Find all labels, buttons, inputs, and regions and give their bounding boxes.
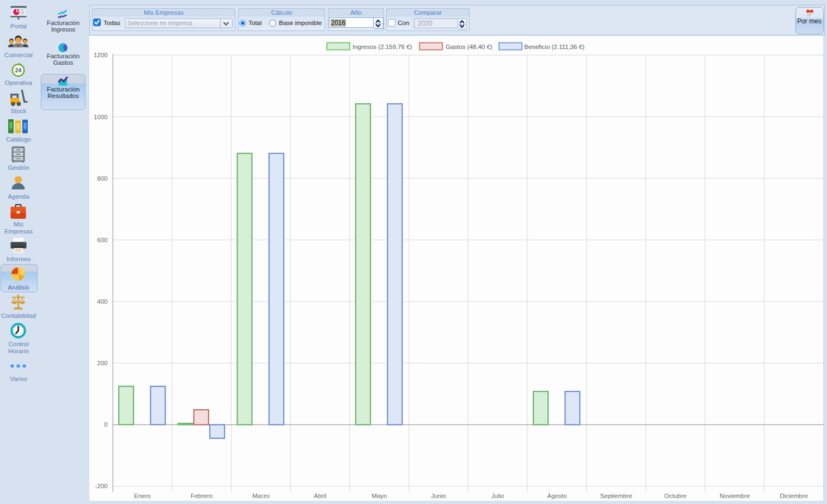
svg-text:Octubre: Octubre [664,493,686,499]
svg-text:Junio: Junio [431,493,446,499]
svg-text:1200: 1200 [94,52,108,58]
svg-text:Agosto: Agosto [547,493,567,499]
svg-text:24: 24 [15,67,22,73]
svg-text:Septiembre: Septiembre [600,493,633,499]
svg-text:800: 800 [97,175,107,182]
svg-text:Abril: Abril [314,493,326,499]
svg-text:200: 200 [97,360,107,366]
svg-text:-200: -200 [95,483,107,489]
svg-text:Enero: Enero [134,493,151,499]
svg-text:600: 600 [97,237,107,243]
svg-text:Marzo: Marzo [252,493,270,499]
svg-text:Noviembre: Noviembre [720,493,750,499]
svg-text:Diciembre: Diciembre [780,493,808,499]
svg-text:0: 0 [104,421,107,428]
svg-text:400: 400 [97,298,107,305]
svg-text:Mayo: Mayo [372,493,387,499]
svg-text:Beneficio (2.111,36 €): Beneficio (2.111,36 €) [524,44,585,50]
svg-text:Ingresos (2.159,76 €): Ingresos (2.159,76 €) [352,44,412,50]
svg-text:Julio: Julio [491,493,504,499]
svg-text:Febrero: Febrero [191,493,212,499]
svg-text:1000: 1000 [94,114,108,120]
svg-text:Gastos (48,40 €): Gastos (48,40 €) [446,44,492,50]
